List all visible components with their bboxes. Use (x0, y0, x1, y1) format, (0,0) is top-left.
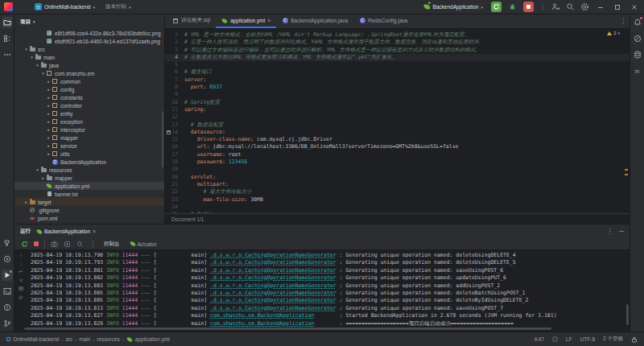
log-logger-link[interactable]: .d.s.w.r.o.CachingOperationNameGenerator (210, 290, 336, 296)
vcs-widget[interactable]: 版本控制 ▾ (103, 2, 134, 12)
more-tools-icon[interactable] (2, 49, 13, 60)
git-tool-icon[interactable] (2, 318, 13, 329)
terminal-tool-icon[interactable] (2, 286, 13, 297)
clear-console-icon[interactable]: ⊘ (19, 295, 23, 301)
chevron-down-icon[interactable]: ▾ (29, 55, 35, 60)
stop-button[interactable] (523, 2, 534, 12)
log-logger-link[interactable]: .d.s.w.r.o.CachingOperationNameGenerator (210, 282, 336, 289)
log-logger-link[interactable]: com.shanzhu.em.BackendApplication (210, 312, 314, 319)
run-config-widget[interactable]: BackendApplication ▾ (422, 2, 485, 11)
chevron-right-icon[interactable]: ▸ (46, 135, 52, 140)
tree-row[interactable]: ▸mapper (14, 174, 164, 182)
breadcrumb-item[interactable]: application.yml (135, 336, 170, 342)
tree-row[interactable]: ▾resources (14, 166, 164, 174)
project-panel-header[interactable]: 项目 ▾ (14, 14, 164, 29)
tree-row[interactable]: application.yml (14, 182, 164, 190)
maven-tool-icon[interactable]: m (632, 65, 643, 76)
chevron-down-icon[interactable]: ▾ (40, 71, 46, 76)
tree-row[interactable]: ▸exception (14, 117, 164, 126)
database-tool-icon[interactable] (632, 49, 643, 60)
close-icon[interactable]: × (267, 18, 270, 23)
more-icon[interactable]: ⋮ (539, 3, 546, 10)
chevron-right-icon[interactable]: ▸ (23, 200, 29, 204)
up-stack-icon[interactable]: ↑ (19, 253, 23, 258)
caret-position[interactable]: 4:47 (534, 336, 544, 342)
debug-button[interactable] (507, 2, 518, 12)
chevron-right-icon[interactable]: ▸ (46, 103, 52, 108)
main-menu-icon[interactable] (19, 4, 27, 10)
notifications-bell-icon[interactable] (632, 17, 643, 28)
more-icon[interactable]: ⋮ (89, 241, 96, 248)
tab-console[interactable]: 控制台 (101, 241, 122, 248)
search-console-icon[interactable] (76, 241, 84, 248)
inspection-widget[interactable]: 2 ▾ (607, 31, 620, 35)
rerun-icon[interactable] (21, 241, 28, 248)
chevron-down-icon[interactable]: ▾ (35, 63, 40, 68)
tree-row[interactable]: ▸service (14, 142, 164, 150)
print-icon[interactable]: ▤ (19, 286, 24, 292)
breadcrumb-item[interactable]: src (65, 336, 72, 342)
run-panel-tab[interactable]: BackendApplication × (37, 229, 96, 234)
chevron-down-icon[interactable]: ▾ (35, 167, 40, 172)
build-tool-icon[interactable] (2, 237, 13, 249)
log-logger-link[interactable]: .d.s.w.r.o.CachingOperationNameGenerator (210, 274, 336, 281)
tree-row[interactable]: banner.txt (14, 190, 164, 198)
tree-row[interactable]: ▸utils (14, 150, 164, 158)
services-tool-icon[interactable] (2, 253, 13, 265)
tree-row[interactable]: ▸target (14, 198, 164, 206)
file-encoding[interactable]: UTF-8 (580, 336, 595, 342)
close-icon[interactable]: × (93, 229, 96, 234)
tree-row[interactable]: ▸controller (14, 101, 164, 109)
chevron-right-icon[interactable]: ▸ (46, 111, 52, 116)
tree-row[interactable]: ▸config (14, 85, 164, 93)
settings-gear-icon[interactable] (580, 2, 589, 11)
tab-actuator[interactable]: Actuator (128, 241, 159, 247)
log-logger-link[interactable]: .d.s.w.r.o.CachingOperationNameGenerator (210, 252, 336, 258)
status-misc-icon[interactable] (552, 336, 558, 342)
tree-row[interactable]: ▸entity (14, 109, 164, 117)
minimize-button[interactable] (595, 2, 606, 13)
datasource-gutter-icon[interactable] (167, 130, 171, 134)
more-icon[interactable]: ⋮ (617, 14, 630, 28)
commit-tool-icon[interactable] (2, 33, 13, 44)
tree-row[interactable]: ▸common (14, 77, 164, 85)
dependencies-tool-icon[interactable] (632, 33, 643, 44)
editor-tab[interactable]: CBackendApplication.java (276, 14, 353, 28)
tree-row[interactable]: mpom.xml (14, 214, 164, 222)
code-with-me-icon[interactable] (551, 2, 560, 11)
project-widget[interactable]: O OnlineMall-backend ▾ (32, 2, 97, 12)
project-tool-icon[interactable] (2, 17, 13, 28)
tree-row[interactable]: ▾java (14, 61, 164, 69)
tree-row[interactable]: ▾main (14, 53, 164, 61)
chevron-right-icon[interactable]: ▸ (40, 175, 46, 180)
chevron-right-icon[interactable]: ▸ (46, 79, 52, 84)
chevron-right-icon[interactable]: ▸ (46, 127, 52, 132)
tree-row[interactable]: CBackendApplication (14, 158, 164, 166)
search-icon[interactable] (566, 2, 575, 11)
tree-row[interactable]: .gitignore (14, 206, 164, 214)
run-tool-icon[interactable] (2, 270, 13, 281)
editor-tab[interactable]: 评论相关.sql (167, 14, 216, 28)
tree-row[interactable]: ▾com.shanzhu.em (14, 69, 164, 77)
problems-tool-icon[interactable] (2, 302, 13, 313)
more-icon[interactable]: ⋮ (606, 228, 613, 235)
app-logo-icon[interactable] (4, 2, 13, 11)
soft-wrap-icon[interactable]: ↵ (19, 269, 23, 275)
down-stack-icon[interactable]: ↓ (19, 261, 23, 266)
chevron-right-icon[interactable]: ▸ (46, 143, 52, 148)
chevron-down-icon[interactable]: ▾ (23, 47, 29, 51)
rerun-button[interactable] (491, 2, 502, 12)
close-button[interactable] (629, 2, 640, 13)
log-logger-link[interactable]: .d.s.w.r.o.CachingOperationNameGenerator (210, 305, 336, 311)
breadcrumb-item[interactable]: OnlineMall-backend (13, 336, 59, 342)
tree-scrollbar[interactable] (162, 111, 163, 167)
breadcrumb-item[interactable]: main (79, 336, 90, 342)
log-logger-link[interactable]: .d.s.w.r.o.CachingOperationNameGenerator (210, 267, 336, 274)
editor-tab[interactable]: CRedisConfig.java (353, 14, 413, 28)
stop-icon[interactable] (34, 241, 39, 246)
line-separator[interactable]: LF (566, 336, 572, 342)
tree-row[interactable]: ▾src (14, 45, 164, 53)
tree-row[interactable]: e8f1df98-cce4-432e-86c3-78d263bdb9cc.png (14, 29, 164, 37)
log-logger-link[interactable]: .d.s.w.r.o.CachingOperationNameGenerator (210, 297, 336, 303)
console-vertical-scrollbar[interactable] (626, 304, 629, 325)
